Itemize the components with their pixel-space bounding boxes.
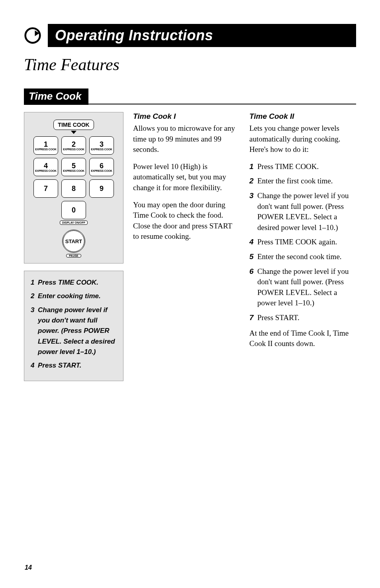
quick-step: 2Enter cooking time. [31,291,117,301]
step-num: 5 [249,252,257,262]
pointer-down-icon [71,131,76,134]
step-num: 2 [249,176,257,187]
list-item: 6Change the power level if you don't wan… [249,266,356,309]
middle-column: Time Cook I Allows you to microwave for … [133,112,240,381]
key-num: 8 [72,185,76,192]
key-sub: EXPRESS COOK [63,169,84,172]
key-2: 2EXPRESS COOK [61,136,86,155]
body-paragraph: You may open the door during Time Cook t… [133,200,240,242]
rule-line [88,104,356,104]
key-num: 1 [44,141,48,148]
right-column: Time Cook II Lets you change power level… [249,112,356,381]
step-text: Enter cooking time. [38,291,101,301]
key-num: 0 [72,206,76,214]
key-zero-row: 0 DISPLAY ON/OFF [60,201,88,225]
quick-step: 4Press START. [31,360,117,371]
list-item: 2Enter the first cook time. [249,176,356,187]
step-num: 6 [249,266,257,309]
key-sub: EXPRESS COOK [35,148,57,151]
step-text: Press TIME COOK again. [257,237,337,248]
section-title: Time Features [24,55,356,74]
body-paragraph: Allows you to microwave for any time up … [133,123,240,155]
key-sub: EXPRESS COOK [91,169,112,172]
header-row: Operating Instructions [24,24,356,47]
time-cook-1-heading: Time Cook I [133,112,240,121]
step-num: 1 [249,161,257,172]
display-on-off-label: DISPLAY ON/OFF [60,220,88,225]
main-title-bar: Operating Instructions [48,24,356,47]
start-button: START [62,230,85,253]
keypad-grid: 1EXPRESS COOK 2EXPRESS COOK 3EXPRESS COO… [33,136,114,198]
step-num: 2 [31,291,38,301]
step-text: Press TIME COOK. [38,277,98,288]
sub-bar-row: Time Cook [24,88,356,105]
key-9: 9 [89,179,114,198]
key-num: 4 [44,162,48,169]
step-text: Change the power level if you don't want… [257,191,356,233]
step-text: Press START. [38,360,82,371]
key-num: 6 [100,162,104,169]
content-columns: TIME COOK 1EXPRESS COOK 2EXPRESS COOK 3E… [24,112,356,381]
list-item: 1Press TIME COOK. [249,161,356,172]
step-num: 7 [249,313,257,323]
key-num: 2 [72,141,76,148]
step-num: 1 [31,277,38,288]
body-paragraph: Power level 10 (High) is automatically s… [133,161,240,193]
steps-list: 1Press TIME COOK. 2Enter the first cook … [249,161,356,323]
key-3: 3EXPRESS COOK [89,136,114,155]
step-text: Change the power level if you don't want… [257,266,356,309]
quick-step: 1Press TIME COOK. [31,277,117,288]
pause-label: PAUSE [66,254,81,258]
key-num: 3 [100,141,104,148]
key-8: 8 [61,179,86,198]
body-paragraph: Lets you change power levels automatical… [249,123,356,155]
svg-point-0 [25,28,40,43]
arrow-circle-icon [24,27,41,44]
key-1: 1EXPRESS COOK [33,136,58,155]
key-num: 5 [72,162,76,169]
key-6: 6EXPRESS COOK [89,158,114,176]
step-num: 3 [249,191,257,233]
body-paragraph: At the end of Time Cook I, Time Cook II … [249,328,356,349]
key-sub: EXPRESS COOK [63,148,84,151]
step-text: Change power level if you don't want ful… [38,305,117,358]
list-item: 7Press START. [249,313,356,323]
time-cook-button: TIME COOK [53,120,94,130]
time-cook-2-heading: Time Cook II [249,112,356,121]
keypad-illustration: TIME COOK 1EXPRESS COOK 2EXPRESS COOK 3E… [24,112,123,264]
step-num: 3 [31,305,38,358]
key-sub: EXPRESS COOK [91,148,112,151]
list-item: 5Enter the second cook time. [249,252,356,262]
step-num: 4 [249,237,257,248]
key-sub: EXPRESS COOK [35,169,57,172]
step-num: 4 [31,360,38,371]
left-column: TIME COOK 1EXPRESS COOK 2EXPRESS COOK 3E… [24,112,123,381]
key-num: 7 [44,185,48,192]
quick-step: 3Change power level if you don't want fu… [31,305,117,358]
step-text: Press START. [257,313,300,323]
key-num: 9 [100,185,104,192]
step-text: Press TIME COOK. [257,161,319,172]
key-4: 4EXPRESS COOK [33,158,58,176]
list-item: 4Press TIME COOK again. [249,237,356,248]
list-item: 3Change the power level if you don't wan… [249,191,356,233]
key-0: 0 [61,201,86,219]
sub-bar: Time Cook [24,88,88,105]
step-text: Enter the first cook time. [257,176,333,187]
key-7: 7 [33,179,58,198]
key-5: 5EXPRESS COOK [61,158,86,176]
step-text: Enter the second cook time. [257,252,342,262]
quick-steps-box: 1Press TIME COOK. 2Enter cooking time. 3… [24,271,123,381]
page-number: 14 [25,564,32,571]
